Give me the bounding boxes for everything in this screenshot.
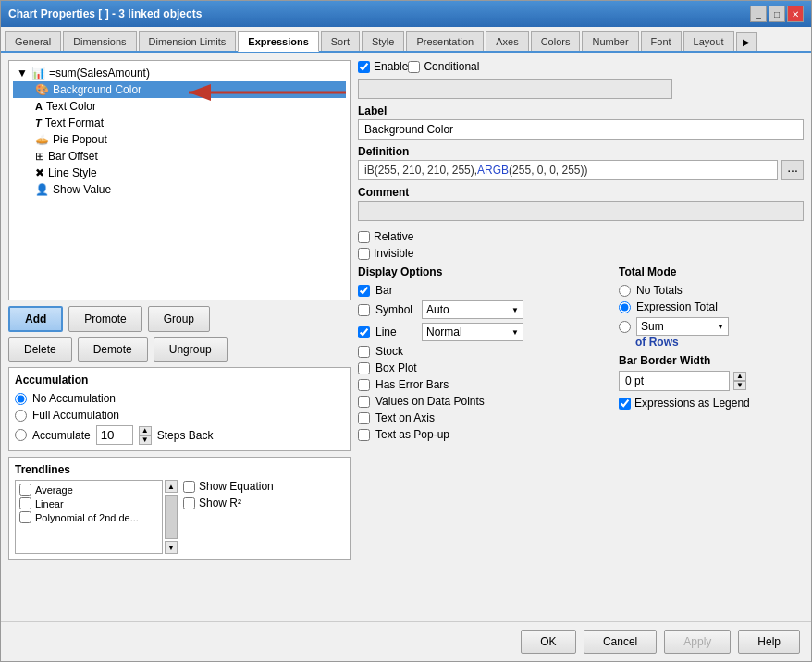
tree-pie-popout[interactable]: 🥧 Pie Popout xyxy=(13,131,346,148)
tab-style[interactable]: Style xyxy=(362,31,404,51)
accumulate-radio[interactable] xyxy=(15,429,27,441)
trendlines-list[interactable]: Average Linear Polynomial of 2nd de... xyxy=(15,480,163,554)
show-equation-checkbox[interactable] xyxy=(183,481,195,493)
help-button[interactable]: Help xyxy=(738,630,800,654)
tree-pie-popout-label: Pie Popout xyxy=(53,133,107,146)
display-options-section: Display Options Bar Symbol Auto ▼ xyxy=(358,265,604,445)
bar-border-up-button[interactable]: ▲ xyxy=(733,372,746,381)
tab-number[interactable]: Number xyxy=(582,31,638,51)
has-error-bars-checkbox[interactable] xyxy=(358,379,370,391)
cancel-button[interactable]: Cancel xyxy=(584,630,657,654)
conditional-field[interactable] xyxy=(358,79,672,99)
bar-border-field[interactable] xyxy=(619,371,730,391)
stock-label: Stock xyxy=(375,345,403,358)
ok-button[interactable]: OK xyxy=(521,630,576,654)
definition-dots-button[interactable]: ··· xyxy=(781,160,804,180)
add-button[interactable]: Add xyxy=(8,306,63,332)
comment-section: Comment xyxy=(358,186,804,221)
box-plot-checkbox[interactable] xyxy=(358,362,370,374)
maximize-button[interactable]: □ xyxy=(769,6,785,22)
polynomial-checkbox[interactable] xyxy=(19,511,31,523)
title-bar-buttons: _ □ ✕ xyxy=(750,6,804,22)
linear-checkbox[interactable] xyxy=(19,497,31,509)
steps-up-button[interactable]: ▲ xyxy=(139,426,152,435)
no-totals-row: No Totals xyxy=(619,284,804,297)
enable-checkbox[interactable] xyxy=(358,61,370,73)
steps-label: Steps Back xyxy=(157,429,214,442)
show-r2-checkbox[interactable] xyxy=(183,497,195,509)
tab-more-button[interactable]: ▶ xyxy=(736,32,757,51)
tab-layout[interactable]: Layout xyxy=(683,31,734,51)
bar-label: Bar xyxy=(375,284,393,297)
definition-title: Definition xyxy=(358,145,804,158)
sum-radio[interactable] xyxy=(619,321,631,333)
expression-total-radio[interactable] xyxy=(619,301,631,313)
steps-down-button[interactable]: ▼ xyxy=(139,435,152,445)
ungroup-button[interactable]: Ungroup xyxy=(154,337,228,362)
enable-row: Enable xyxy=(358,60,408,73)
top-button-row: Add Promote Group xyxy=(8,306,351,332)
line-checkbox[interactable] xyxy=(358,326,370,338)
tab-presentation[interactable]: Presentation xyxy=(406,31,484,51)
symbol-option-row: Symbol Auto ▼ xyxy=(358,300,604,319)
expressions-legend-label: Expressions as Legend xyxy=(634,397,750,410)
invisible-checkbox[interactable] xyxy=(358,248,370,260)
group-button[interactable]: Group xyxy=(148,306,210,332)
total-mode-section: Total Mode No Totals Expression Total Su… xyxy=(619,265,804,445)
relative-label: Relative xyxy=(374,230,413,243)
tab-dimension-limits[interactable]: Dimension Limits xyxy=(139,31,237,51)
tree-text-format[interactable]: T Text Format xyxy=(13,115,346,131)
chart-icon: 📊 xyxy=(31,67,45,80)
trendlines-scroll-down[interactable]: ▼ xyxy=(165,541,178,554)
expressions-legend-checkbox[interactable] xyxy=(619,398,631,410)
sum-dropdown[interactable]: Sum ▼ xyxy=(636,317,729,336)
tab-font[interactable]: Font xyxy=(641,31,682,51)
show-value-icon: 👤 xyxy=(35,183,49,196)
tree-text-color-label: Text Color xyxy=(46,100,96,113)
steps-input[interactable] xyxy=(96,425,133,445)
trendlines-scroll-up[interactable]: ▲ xyxy=(165,480,178,493)
conditional-checkbox[interactable] xyxy=(408,61,420,73)
tab-general[interactable]: General xyxy=(5,31,61,51)
symbol-dropdown[interactable]: Auto ▼ xyxy=(422,300,523,319)
tree-show-value[interactable]: 👤 Show Value xyxy=(13,181,346,198)
tab-expressions[interactable]: Expressions xyxy=(238,31,318,52)
delete-button[interactable]: Delete xyxy=(8,337,72,362)
symbol-checkbox[interactable] xyxy=(358,304,370,316)
bar-border-down-button[interactable]: ▼ xyxy=(733,381,746,390)
line-dropdown[interactable]: Normal ▼ xyxy=(422,323,523,341)
accumulation-section: Accumulation No Accumulation Full Accumu… xyxy=(8,367,351,451)
apply-button[interactable]: Apply xyxy=(664,630,731,654)
full-accumulation-radio[interactable] xyxy=(15,410,27,422)
label-field[interactable] xyxy=(358,119,804,140)
enable-label: Enable xyxy=(374,60,408,73)
close-button[interactable]: ✕ xyxy=(787,6,804,22)
no-accumulation-radio[interactable] xyxy=(15,393,27,405)
text-as-popup-checkbox[interactable] xyxy=(358,429,370,441)
tree-line-style[interactable]: ✖ Line Style xyxy=(13,165,346,181)
relative-checkbox[interactable] xyxy=(358,231,370,243)
comment-field[interactable] xyxy=(358,201,804,221)
bar-checkbox[interactable] xyxy=(358,285,370,297)
text-on-axis-checkbox[interactable] xyxy=(358,412,370,424)
demote-button[interactable]: Demote xyxy=(78,337,148,362)
tab-axes[interactable]: Axes xyxy=(486,31,528,51)
no-totals-radio[interactable] xyxy=(619,285,631,297)
values-on-data-points-checkbox[interactable] xyxy=(358,396,370,408)
steps-spinner: ▲ ▼ xyxy=(139,426,152,445)
tree-bar-offset[interactable]: ⊞ Bar Offset xyxy=(13,148,346,165)
definition-field[interactable]: iB(255, 210, 210, 255), ARGB(255, 0, 0, … xyxy=(358,160,778,180)
expand-icon: ▼ xyxy=(17,67,28,80)
average-checkbox[interactable] xyxy=(19,484,31,496)
tab-sort[interactable]: Sort xyxy=(321,31,360,51)
promote-button[interactable]: Promote xyxy=(68,306,141,332)
tab-colors[interactable]: Colors xyxy=(531,31,581,51)
label-section: Label xyxy=(358,104,804,140)
total-mode-title: Total Mode xyxy=(619,265,804,278)
tab-dimensions[interactable]: Dimensions xyxy=(63,31,136,51)
stock-checkbox[interactable] xyxy=(358,346,370,358)
text-as-popup-label: Text as Pop-up xyxy=(375,428,449,441)
box-plot-label: Box Plot xyxy=(375,362,417,374)
minimize-button[interactable]: _ xyxy=(750,6,767,22)
tree-background-color[interactable]: 🎨 Background Color xyxy=(13,81,346,98)
